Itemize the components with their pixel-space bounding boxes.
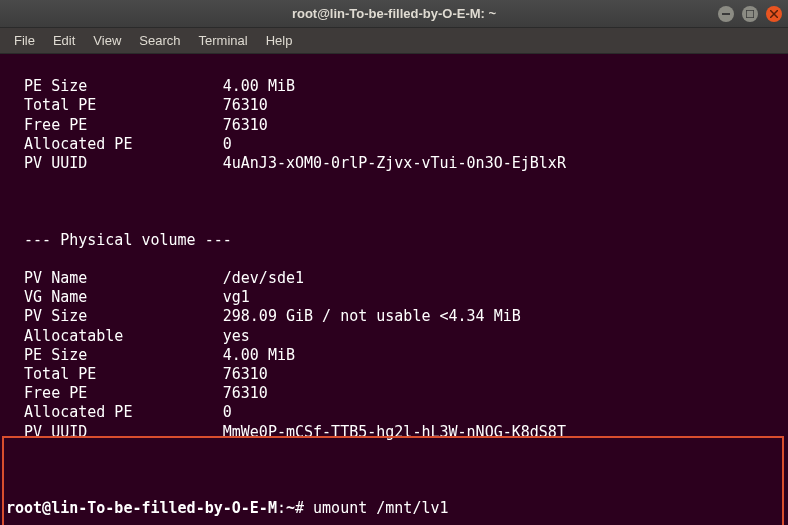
menu-file[interactable]: File [6,30,43,51]
prompt-line-1: root@lin-To-be-filled-by-O-E-M:~# umount… [6,499,782,518]
window-title: root@lin-To-be-filled-by-O-E-M: ~ [292,6,496,21]
svg-rect-1 [746,10,754,18]
blank-line [6,461,782,480]
output-row: Allocated PE 0 [6,135,782,154]
titlebar: root@lin-To-be-filled-by-O-E-M: ~ [0,0,788,28]
output-row: PV Name /dev/sde1 [6,269,782,288]
maximize-button[interactable] [742,6,758,22]
pv-divider: --- Physical volume --- [6,231,782,250]
blank-line [6,192,782,211]
output-row: VG Name vg1 [6,288,782,307]
output-row: PE Size 4.00 MiB [6,346,782,365]
prompt-colon: : [277,499,286,517]
output-row: PV Size 298.09 GiB / not usable <4.34 Mi… [6,307,782,326]
output-row: Free PE 76310 [6,384,782,403]
menu-edit[interactable]: Edit [45,30,83,51]
menu-terminal[interactable]: Terminal [191,30,256,51]
terminal-body[interactable]: PE Size 4.00 MiB Total PE 76310 Free PE … [0,54,788,525]
window-controls [718,6,782,22]
output-row: Total PE 76310 [6,96,782,115]
svg-rect-0 [722,13,730,15]
command-umount: umount /mnt/lv1 [313,499,448,517]
output-row: Total PE 76310 [6,365,782,384]
close-button[interactable] [766,6,782,22]
output-row: Allocated PE 0 [6,403,782,422]
menubar: File Edit View Search Terminal Help [0,28,788,54]
output-row: Allocatable yes [6,327,782,346]
output-row: PV UUID MmWe0P-mCSf-TTB5-hg2l-hL3W-nNOG-… [6,423,782,442]
menu-search[interactable]: Search [131,30,188,51]
output-row: PE Size 4.00 MiB [6,77,782,96]
output-row: PV UUID 4uAnJ3-xOM0-0rlP-Zjvx-vTui-0n3O-… [6,154,782,173]
minimize-button[interactable] [718,6,734,22]
menu-help[interactable]: Help [258,30,301,51]
prompt-path: ~ [286,499,295,517]
output-row: Free PE 76310 [6,116,782,135]
prompt-user: root@lin-To-be-filled-by-O-E-M [6,499,277,517]
prompt-hash: # [295,499,313,517]
menu-view[interactable]: View [85,30,129,51]
